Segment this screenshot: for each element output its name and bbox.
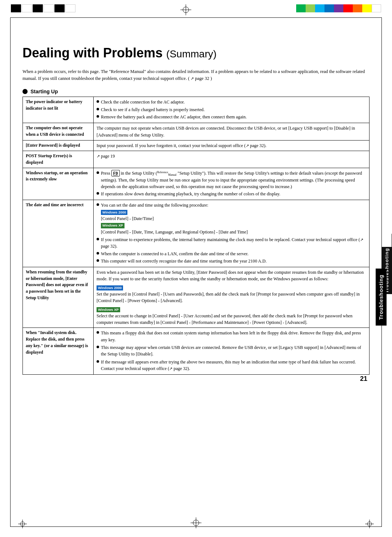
problem-label: [Enter Password] is displayed	[23, 140, 94, 151]
color-orange	[353, 4, 362, 12]
color-cyan	[315, 4, 324, 12]
bullet-icon	[97, 115, 99, 118]
table-row: POST Startup Error(s) is displayed ↗ pag…	[23, 151, 369, 168]
color-light-green	[306, 4, 315, 12]
bullet-icon	[97, 252, 99, 255]
color-yellow	[362, 4, 372, 12]
page-ref-icon: ↗	[246, 143, 249, 148]
list-item: When the computer is connected to a LAN,…	[97, 251, 366, 257]
bullet-icon	[97, 192, 99, 195]
reg-block-3	[33, 4, 43, 12]
section-bullet-icon	[23, 89, 28, 94]
page-ref-icon: ↗	[191, 76, 194, 81]
reg-marks-left	[11, 4, 75, 12]
problem-label: POST Startup Error(s) is displayed	[23, 151, 94, 168]
list-item: If you continue to experience problems, …	[97, 236, 366, 250]
reg-block-6	[65, 4, 75, 12]
table-row: When "Invalid system disk. Replace the d…	[23, 328, 369, 375]
problem-solution: The computer may not operate when certai…	[94, 123, 369, 141]
color-red	[343, 4, 353, 12]
color-green	[296, 4, 306, 12]
troubleshooting-tab: Troubleshooting	[376, 269, 387, 326]
problem-solution: This means a floppy disk that does not c…	[94, 328, 369, 375]
windows-xp-tag: Windows XP	[97, 307, 120, 312]
reg-block-2	[22, 4, 32, 12]
bottom-crosshair-left	[18, 520, 27, 530]
table-row: The date and time are incorrect You can …	[23, 200, 369, 267]
title-main: Dealing with Problems	[23, 45, 163, 60]
section-title: Starting Up	[30, 89, 58, 94]
section-header: Starting Up	[23, 89, 369, 94]
bullet-icon	[97, 346, 99, 348]
list-item: This message may appear when certain USB…	[97, 344, 366, 358]
reg-block-4	[44, 4, 54, 12]
reg-block-1	[11, 4, 21, 12]
problem-label: The power indicator or battery indicator…	[23, 97, 94, 123]
page-number: 21	[360, 375, 367, 383]
list-item: This means a floppy disk that does not c…	[97, 330, 366, 343]
list-item: This computer will not correctly recogni…	[97, 258, 366, 264]
list-item: Check the cable connection for the AC ad…	[97, 99, 366, 105]
bullet-icon	[97, 203, 99, 206]
color-white	[372, 4, 381, 12]
intro-paragraph: When a problem occurs, refer to this pag…	[23, 68, 369, 82]
main-content: Dealing with Problems (Summary) When a p…	[0, 35, 392, 396]
bullet-icon	[97, 171, 99, 174]
title-sub: (Summary)	[166, 48, 216, 60]
list-item: Check to see if a fully charged battery …	[97, 106, 366, 113]
color-purple	[334, 4, 343, 12]
problem-solution: Even when a password has been set in the…	[94, 267, 369, 328]
problem-label: The date and time are incorrect	[23, 200, 94, 267]
problem-label: When resuming from the standby or hibern…	[23, 267, 94, 328]
color-blue	[324, 4, 334, 12]
ref-label: ReferenceManual	[157, 172, 176, 175]
page-title: Dealing with Problems (Summary)	[23, 46, 369, 60]
bullet-icon	[97, 331, 99, 334]
bullet-icon	[97, 100, 99, 103]
windows-2000-tag: Windows 2000	[101, 210, 127, 215]
list-item: Remove the battery pack and disconnect t…	[97, 114, 366, 120]
windows-2000-tag: Windows 2000	[97, 285, 123, 290]
bottom-crosshair	[191, 517, 201, 530]
problem-label: The computer does not operate when a USB…	[23, 123, 94, 141]
problem-solution: Input your password. If you have forgott…	[94, 140, 369, 151]
table-row: The computer does not operate when a USB…	[23, 123, 369, 141]
list-item: If the message still appears even after …	[97, 359, 366, 372]
page-ref-icon: ↗	[169, 366, 172, 371]
problem-solution: Check the cable connection for the AC ad…	[94, 97, 369, 123]
problem-solution: You can set the date and time using the …	[94, 200, 369, 267]
bullet-icon	[97, 108, 99, 110]
list-item: If operations slow down during streaming…	[97, 191, 366, 197]
table-row: [Enter Password] is displayed Input your…	[23, 140, 369, 151]
bullet-icon	[97, 259, 99, 262]
page-ref-icon: ↗	[360, 237, 363, 242]
table-row: The power indicator or battery indicator…	[23, 97, 369, 123]
problems-table: The power indicator or battery indicator…	[23, 97, 369, 375]
color-blocks-right	[296, 4, 381, 12]
top-registration-bar	[0, 0, 392, 17]
problem-solution: ↗ page 19	[94, 151, 369, 168]
bottom-crosshair-right	[365, 520, 374, 530]
reg-block-5	[54, 4, 65, 12]
f9-key: F9	[111, 170, 120, 177]
table-row: When resuming from the standby or hibern…	[23, 267, 369, 328]
problem-solution: Press F9 in the Setup Utility (Reference…	[94, 168, 369, 200]
list-item: You can set the date and time using the …	[97, 202, 366, 235]
problem-label: When "Invalid system disk. Replace the d…	[23, 328, 94, 375]
page-ref-icon: ↗	[97, 154, 100, 158]
list-item: Press F9 in the Setup Utility (Reference…	[97, 170, 366, 190]
problem-label: Windows startup, or an operation is extr…	[23, 168, 94, 200]
bullet-icon	[97, 360, 99, 363]
table-row: Windows startup, or an operation is extr…	[23, 168, 369, 200]
center-crosshair	[180, 4, 191, 15]
bullet-icon	[97, 238, 99, 240]
windows-xp-tag: Windows XP	[101, 223, 124, 228]
